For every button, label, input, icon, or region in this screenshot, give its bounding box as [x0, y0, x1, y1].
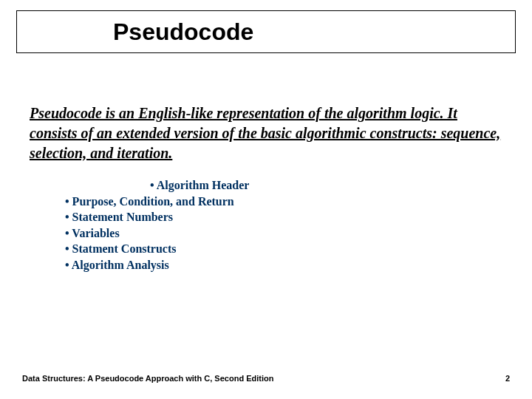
bullet-text: Statment Constructs: [72, 242, 177, 255]
title-box: Pseudocode: [16, 10, 516, 53]
intro-paragraph: Pseudocode is an English-like representa…: [30, 103, 502, 163]
page-number: 2: [505, 374, 510, 383]
bullet-item: • Purpose, Condition, and Return: [65, 194, 479, 210]
bullet-list: • Algorithm Header • Purpose, Condition,…: [65, 177, 479, 273]
slide: Pseudocode Pseudocode is an English-like…: [0, 0, 532, 399]
bullet-item: • Algorithm Analysis: [65, 257, 479, 273]
footer-source: Data Structures: A Pseudocode Approach w…: [22, 374, 273, 383]
bullet-text: Purpose, Condition, and Return: [72, 195, 234, 208]
bullet-text: Statement Numbers: [72, 211, 173, 223]
bullet-text: Algorithm Header: [157, 179, 250, 191]
slide-title: Pseudocode: [113, 18, 253, 46]
bullet-item: • Statement Numbers: [65, 209, 479, 225]
bullet-item: • Statment Constructs: [65, 241, 479, 257]
bullet-item: • Variables: [65, 225, 479, 242]
bullet-text: Variables: [72, 227, 119, 239]
bullet-item: • Algorithm Header: [65, 177, 479, 194]
bullet-text: Algorithm Analysis: [72, 259, 169, 271]
